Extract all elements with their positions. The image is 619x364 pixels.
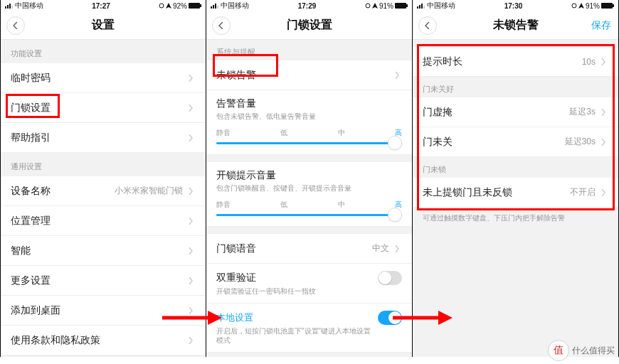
battery-percent: 92% bbox=[173, 2, 187, 10]
section-door-not-closed: 门未关好 bbox=[413, 77, 618, 97]
page-title: 未锁告警 bbox=[413, 18, 618, 33]
battery-icon bbox=[395, 3, 408, 9]
location-icon bbox=[372, 3, 378, 9]
unlock-tip-slider[interactable] bbox=[216, 214, 402, 216]
row-not-lifted-locked[interactable]: 未上提锁门且未反锁 不开启 bbox=[413, 178, 618, 208]
chevron-left-icon bbox=[13, 22, 18, 29]
row-label: 门虚掩 bbox=[423, 106, 569, 119]
chevron-right-icon bbox=[186, 277, 196, 284]
battery-icon bbox=[601, 3, 614, 9]
back-button[interactable] bbox=[418, 16, 437, 35]
svg-rect-12 bbox=[395, 3, 406, 9]
row-add-home[interactable]: 添加到桌面 bbox=[1, 296, 206, 326]
svg-point-11 bbox=[366, 4, 370, 8]
slider-thumb[interactable] bbox=[388, 136, 402, 150]
slider-label-low: 低 bbox=[280, 200, 287, 210]
carrier-label: 中国移动 bbox=[15, 1, 43, 11]
row-dual-auth: 双重验证 开锁需验证任一密码和任一指纹 bbox=[206, 264, 412, 304]
status-time: 17:27 bbox=[92, 2, 110, 10]
signal-icon bbox=[211, 3, 219, 9]
watermark: 值 什么值得买 bbox=[548, 340, 615, 361]
status-bar: 中国移动 17:30 91% bbox=[413, 0, 618, 11]
chevron-right-icon bbox=[186, 188, 196, 195]
alarm-volume-slider[interactable] bbox=[216, 142, 402, 144]
alarm-icon bbox=[159, 3, 164, 9]
row-door-not-closed[interactable]: 门未关 延迟30s bbox=[413, 127, 618, 157]
svg-point-4 bbox=[159, 4, 164, 8]
battery-percent: 91% bbox=[379, 2, 393, 10]
watermark-logo: 值 bbox=[548, 340, 569, 361]
slider-labels: 静音 低 中 高 bbox=[216, 200, 402, 210]
row-door-ajar[interactable]: 门虚掩 延迟3s bbox=[413, 97, 618, 127]
page-title: 设置 bbox=[1, 18, 206, 33]
alarm-volume-block: 告警音量 包含未锁告警、低电量告警音量 静音 低 中 高 bbox=[206, 90, 412, 155]
status-time: 17:29 bbox=[298, 2, 317, 10]
signal-icon bbox=[5, 3, 14, 9]
row-unlock-alarm[interactable]: 未锁告警 bbox=[206, 60, 412, 90]
svg-rect-14 bbox=[417, 6, 418, 9]
row-lock-settings[interactable]: 门锁设置 bbox=[1, 93, 206, 123]
row-label: 未上提锁门且未反锁 bbox=[423, 186, 570, 199]
row-value: 10s bbox=[582, 57, 596, 67]
status-bar: 中国移动 17:29 91% bbox=[206, 0, 412, 11]
alarm-icon bbox=[365, 3, 371, 9]
svg-rect-0 bbox=[5, 6, 6, 9]
svg-rect-5 bbox=[189, 3, 200, 9]
row-value: 小米米家智能门锁 bbox=[115, 185, 183, 197]
alarm-volume-desc: 包含未锁告警、低电量告警音量 bbox=[216, 112, 402, 121]
section-system: 系统与提醒 bbox=[206, 40, 412, 60]
chevron-left-icon bbox=[425, 22, 430, 29]
slider-label-mute: 静音 bbox=[216, 200, 231, 210]
status-bar: 中国移动 17:27 92% bbox=[1, 0, 206, 11]
svg-rect-3 bbox=[11, 6, 13, 9]
row-device-name[interactable]: 设备名称 小米米家智能门锁 bbox=[1, 176, 206, 206]
row-smart[interactable]: 智能 bbox=[1, 236, 206, 266]
slider-label-mute: 静音 bbox=[216, 128, 231, 138]
row-lock-language[interactable]: 门锁语音 中文 bbox=[206, 234, 412, 264]
slider-label-mid: 中 bbox=[338, 128, 345, 138]
slider-label-mid: 中 bbox=[338, 200, 345, 210]
row-terms[interactable]: 使用条款和隐私政策 bbox=[1, 326, 206, 355]
chevron-right-icon bbox=[186, 134, 196, 141]
chevron-right-icon bbox=[392, 72, 402, 79]
row-label: 临时密码 bbox=[11, 72, 186, 85]
chevron-left-icon bbox=[218, 22, 224, 29]
battery-percent: 91% bbox=[586, 2, 600, 10]
location-icon bbox=[578, 3, 584, 9]
row-location[interactable]: 位置管理 bbox=[1, 206, 206, 236]
local-settings-toggle[interactable] bbox=[378, 311, 402, 325]
slider-label-low: 低 bbox=[280, 128, 287, 138]
svg-rect-15 bbox=[419, 5, 420, 9]
chevron-right-icon bbox=[598, 189, 608, 196]
signal-icon bbox=[417, 3, 425, 9]
watermark-text: 什么值得买 bbox=[572, 345, 615, 357]
row-label: 本地设置 bbox=[216, 311, 378, 324]
row-label: 设备名称 bbox=[11, 185, 115, 198]
svg-point-18 bbox=[572, 4, 576, 8]
row-value: 不开启 bbox=[570, 186, 596, 198]
screen-settings: 中国移动 17:27 92% 设置 功能设置 临时密码 门锁设置 bbox=[0, 0, 206, 357]
nav-bar: 设置 bbox=[1, 11, 206, 40]
row-help[interactable]: 帮助指引 bbox=[1, 123, 206, 153]
svg-rect-19 bbox=[601, 3, 613, 9]
svg-rect-2 bbox=[9, 4, 11, 9]
local-settings-desc: 开启后，短按门锁电池盖下"设置"键进入本地设置模式 bbox=[216, 326, 402, 345]
carrier-label: 中国移动 bbox=[221, 1, 249, 11]
save-button[interactable]: 保存 bbox=[591, 19, 611, 32]
svg-rect-13 bbox=[406, 4, 408, 7]
page-title: 门锁设置 bbox=[206, 18, 412, 33]
row-duration[interactable]: 提示时长 10s bbox=[413, 47, 618, 77]
row-temp-password[interactable]: 临时密码 bbox=[1, 63, 206, 93]
slider-thumb[interactable] bbox=[388, 208, 402, 222]
back-button[interactable] bbox=[212, 16, 231, 35]
row-label: 智能 bbox=[11, 245, 186, 257]
status-time: 17:30 bbox=[504, 2, 523, 10]
back-button[interactable] bbox=[6, 16, 25, 35]
row-more[interactable]: 更多设置 bbox=[1, 266, 206, 296]
unlock-tip-volume-block: 开锁提示音量 包含门锁唤醒音、按键音、开锁提示音音量 静音 低 中 高 bbox=[206, 162, 412, 227]
row-value: 延迟3s bbox=[569, 106, 596, 118]
row-label: 提示时长 bbox=[423, 55, 582, 68]
carrier-label: 中国移动 bbox=[427, 1, 455, 11]
dual-auth-toggle[interactable] bbox=[378, 271, 402, 285]
nav-bar: 门锁设置 bbox=[206, 11, 412, 40]
